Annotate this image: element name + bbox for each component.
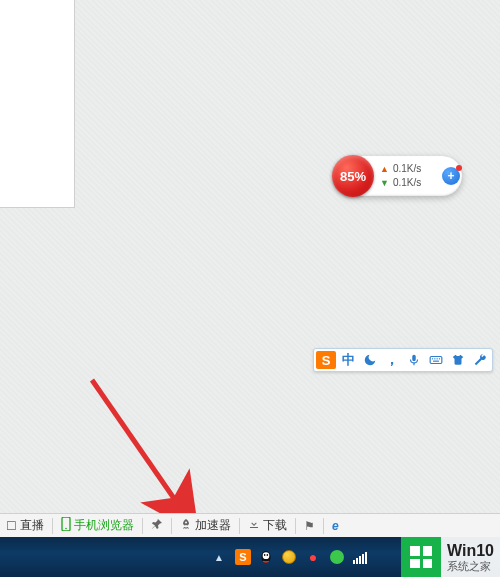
watermark: Win10 系统之家 bbox=[401, 537, 500, 577]
network-monitor-widget[interactable]: 85% ▲ 0.1K/s ▼ 0.1K/s + bbox=[334, 156, 462, 196]
sogou-logo-icon[interactable]: S bbox=[316, 351, 336, 369]
ie-icon: e bbox=[332, 519, 339, 533]
separator bbox=[295, 518, 296, 534]
download-label: 下载 bbox=[263, 517, 287, 534]
mobile-browser-button[interactable]: 手机浏览器 bbox=[55, 514, 140, 537]
tray-notification-dot-icon[interactable]: ● bbox=[304, 548, 322, 566]
pushpin-icon bbox=[151, 518, 163, 533]
memory-percent-label: 85% bbox=[340, 169, 366, 184]
skin-icon[interactable] bbox=[448, 350, 468, 370]
ime-mode-toggle[interactable]: 中 bbox=[338, 350, 358, 370]
ie-mode-button[interactable]: e bbox=[326, 514, 345, 537]
tray-overflow-chevron-icon[interactable]: ▲ bbox=[214, 552, 228, 563]
live-broadcast-button[interactable]: ☐ 直播 bbox=[0, 514, 50, 537]
pin-button[interactable] bbox=[145, 514, 169, 537]
watermark-title: Win10 bbox=[447, 542, 494, 560]
system-tray: ▲ S ● bbox=[214, 537, 370, 577]
separator bbox=[239, 518, 240, 534]
tray-security-icon[interactable] bbox=[280, 548, 298, 566]
svg-rect-5 bbox=[433, 361, 439, 362]
memory-usage-ball[interactable]: 85% bbox=[332, 155, 374, 197]
phone-icon bbox=[61, 517, 71, 534]
mic-icon[interactable] bbox=[404, 350, 424, 370]
svg-rect-3 bbox=[437, 358, 438, 359]
svg-line-6 bbox=[92, 380, 182, 510]
tray-qq-icon[interactable] bbox=[258, 549, 274, 565]
svg-point-11 bbox=[264, 554, 266, 556]
plus-icon: + bbox=[447, 169, 454, 183]
svg-rect-0 bbox=[430, 357, 442, 364]
punctuation-icon[interactable]: ， bbox=[382, 350, 402, 370]
flag-button[interactable]: ⚑ bbox=[298, 514, 321, 537]
svg-point-10 bbox=[263, 552, 270, 559]
svg-point-12 bbox=[267, 554, 269, 556]
desktop: 85% ▲ 0.1K/s ▼ 0.1K/s + S 中 ， bbox=[0, 0, 500, 577]
accelerator-button[interactable]: 加速器 bbox=[174, 514, 237, 537]
net-speeds: ▲ 0.1K/s ▼ 0.1K/s bbox=[374, 162, 442, 190]
svg-rect-14 bbox=[356, 558, 358, 564]
upload-arrow-icon: ▲ bbox=[380, 162, 389, 176]
live-label: 直播 bbox=[20, 517, 44, 534]
svg-rect-17 bbox=[365, 552, 367, 564]
svg-point-8 bbox=[65, 528, 67, 530]
watermark-subtitle: 系统之家 bbox=[447, 560, 494, 572]
moon-icon[interactable] bbox=[360, 350, 380, 370]
tray-network-signal-icon[interactable] bbox=[352, 548, 370, 566]
windows-logo-icon bbox=[401, 537, 441, 577]
tray-sogou-icon[interactable]: S bbox=[234, 548, 252, 566]
svg-rect-2 bbox=[434, 358, 435, 359]
separator bbox=[323, 518, 324, 534]
ime-toolbar[interactable]: S 中 ， bbox=[313, 348, 493, 372]
windows-taskbar[interactable]: ▲ S ● Win10 系统之家 bbox=[0, 537, 500, 577]
svg-rect-1 bbox=[432, 358, 433, 359]
download-speed-label: 0.1K/s bbox=[393, 176, 421, 190]
annotation-arrow bbox=[82, 370, 222, 530]
mobile-browser-label: 手机浏览器 bbox=[74, 517, 134, 534]
keyboard-icon[interactable] bbox=[426, 350, 446, 370]
tv-icon: ☐ bbox=[6, 519, 17, 533]
svg-rect-4 bbox=[439, 358, 440, 359]
download-button[interactable]: 下载 bbox=[242, 514, 293, 537]
download-icon bbox=[248, 518, 260, 533]
svg-rect-13 bbox=[353, 560, 355, 564]
accelerator-label: 加速器 bbox=[195, 517, 231, 534]
tray-wechat-icon[interactable] bbox=[328, 548, 346, 566]
flag-icon: ⚑ bbox=[304, 519, 315, 533]
browser-status-bar: ☐ 直播 手机浏览器 加速器 下载 bbox=[0, 513, 500, 537]
download-arrow-icon: ▼ bbox=[380, 176, 389, 190]
expand-widget-button[interactable]: + bbox=[442, 167, 460, 185]
separator bbox=[171, 518, 172, 534]
separator bbox=[142, 518, 143, 534]
svg-rect-16 bbox=[362, 554, 364, 564]
separator bbox=[52, 518, 53, 534]
rocket-icon bbox=[180, 518, 192, 533]
settings-wrench-icon[interactable] bbox=[470, 350, 490, 370]
window-corner-remnant bbox=[0, 0, 75, 208]
upload-speed-label: 0.1K/s bbox=[393, 162, 421, 176]
svg-rect-15 bbox=[359, 556, 361, 564]
